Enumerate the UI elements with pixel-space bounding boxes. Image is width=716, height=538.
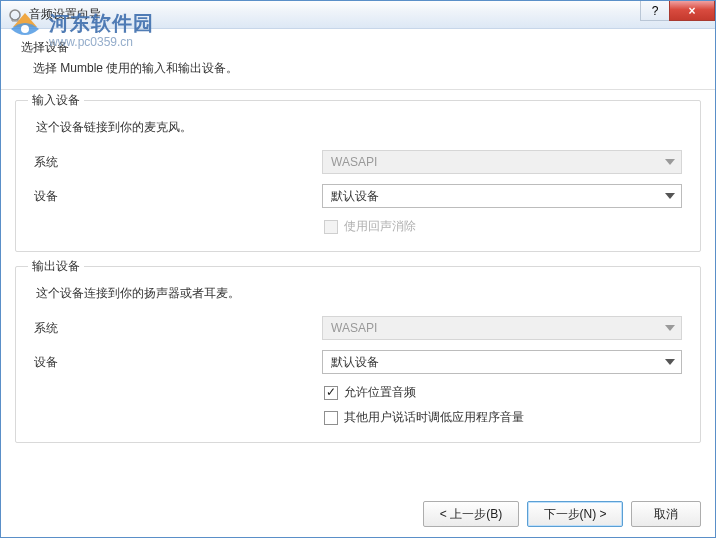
titlebar: 音频设置向导 ? × bbox=[1, 1, 715, 29]
input-system-label: 系统 bbox=[34, 154, 322, 171]
output-device-row: 设备 默认设备 bbox=[34, 350, 682, 374]
page-subtitle: 选择 Mumble 使用的输入和输出设备。 bbox=[33, 60, 701, 77]
output-desc: 这个设备连接到你的扬声器或者耳麦。 bbox=[36, 285, 682, 302]
help-button[interactable]: ? bbox=[640, 1, 670, 21]
input-device-value: 默认设备 bbox=[331, 188, 379, 205]
chevron-down-icon bbox=[665, 325, 675, 331]
attenuate-checkbox[interactable] bbox=[324, 411, 338, 425]
next-button[interactable]: 下一步(N) > bbox=[527, 501, 623, 527]
app-icon bbox=[7, 7, 23, 23]
input-device-label: 设备 bbox=[34, 188, 322, 205]
output-system-value: WASAPI bbox=[331, 321, 377, 335]
input-device-select[interactable]: 默认设备 bbox=[322, 184, 682, 208]
output-device-label: 设备 bbox=[34, 354, 322, 371]
input-legend: 输入设备 bbox=[28, 92, 84, 109]
output-device-group: 输出设备 这个设备连接到你的扬声器或者耳麦。 系统 WASAPI 设备 默认设备 bbox=[15, 266, 701, 443]
echo-cancel-checkbox[interactable] bbox=[324, 220, 338, 234]
wizard-header: 选择设备 选择 Mumble 使用的输入和输出设备。 bbox=[1, 29, 715, 77]
output-legend: 输出设备 bbox=[28, 258, 84, 275]
output-device-select[interactable]: 默认设备 bbox=[322, 350, 682, 374]
close-button[interactable]: × bbox=[669, 1, 715, 21]
output-system-select[interactable]: WASAPI bbox=[322, 316, 682, 340]
chevron-down-icon bbox=[665, 359, 675, 365]
attenuate-label: 其他用户说话时调低应用程序音量 bbox=[344, 409, 524, 426]
chevron-down-icon bbox=[665, 159, 675, 165]
input-system-select[interactable]: WASAPI bbox=[322, 150, 682, 174]
input-system-row: 系统 WASAPI bbox=[34, 150, 682, 174]
positional-audio-checkbox[interactable] bbox=[324, 386, 338, 400]
output-device-value: 默认设备 bbox=[331, 354, 379, 371]
input-desc: 这个设备链接到你的麦克风。 bbox=[36, 119, 682, 136]
footer-buttons: < 上一步(B) 下一步(N) > 取消 bbox=[423, 501, 701, 527]
page-title: 选择设备 bbox=[21, 39, 701, 56]
wizard-window: 音频设置向导 ? × 河东软件园 www.pc0359.cn 选择设备 选择 M… bbox=[0, 0, 716, 538]
chevron-down-icon bbox=[665, 193, 675, 199]
output-system-label: 系统 bbox=[34, 320, 322, 337]
cancel-button[interactable]: 取消 bbox=[631, 501, 701, 527]
window-title: 音频设置向导 bbox=[29, 6, 101, 23]
output-system-row: 系统 WASAPI bbox=[34, 316, 682, 340]
attenuate-row: 其他用户说话时调低应用程序音量 bbox=[324, 409, 682, 426]
echo-cancel-row: 使用回声消除 bbox=[324, 218, 682, 235]
input-system-value: WASAPI bbox=[331, 155, 377, 169]
window-buttons: ? × bbox=[641, 1, 715, 21]
back-button[interactable]: < 上一步(B) bbox=[423, 501, 519, 527]
divider bbox=[1, 89, 715, 90]
echo-cancel-label: 使用回声消除 bbox=[344, 218, 416, 235]
input-device-group: 输入设备 这个设备链接到你的麦克风。 系统 WASAPI 设备 默认设备 bbox=[15, 100, 701, 252]
input-device-row: 设备 默认设备 bbox=[34, 184, 682, 208]
positional-audio-row: 允许位置音频 bbox=[324, 384, 682, 401]
positional-audio-label: 允许位置音频 bbox=[344, 384, 416, 401]
